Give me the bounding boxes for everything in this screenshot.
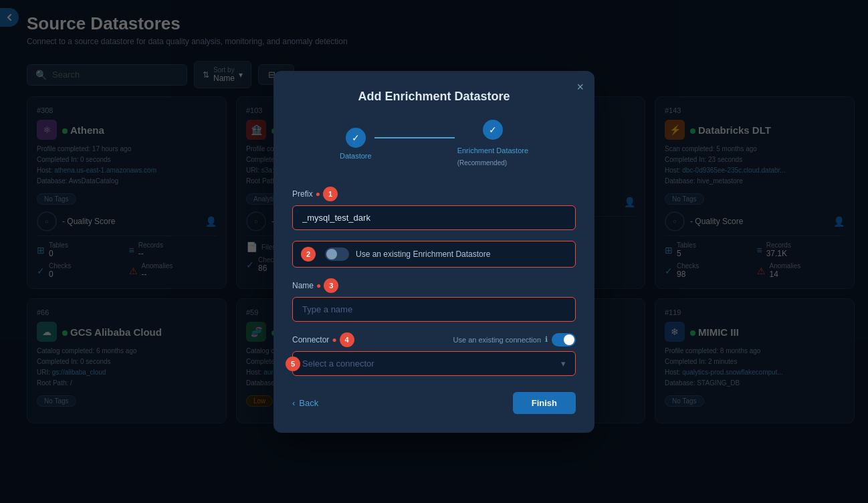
name-input[interactable] [292,297,576,322]
connector-select[interactable]: Select a connector ▾ [292,351,576,376]
modal-stepper: ✓ Datastore ✓ Enrichment Datastore (Reco… [292,120,576,168]
step-2-sublabel: (Recommended) [457,159,507,167]
select-placeholder: Select a connector [302,359,374,369]
connector-row: Connector ● 4 Use an existing connection… [292,332,576,347]
step-line [374,137,455,138]
required-indicator-name: ● [316,281,321,290]
step-1-circle: ✓ [346,128,366,148]
use-existing-toggle-label: Use an existing Enrichment Datastore [356,249,490,259]
required-indicator-prefix: ● [316,189,320,199]
add-enrichment-modal: × Add Enrichment Datastore ✓ Datastore ✓… [274,71,594,433]
prefix-label: Prefix ● 1 [292,187,576,201]
existing-conn-knob [564,334,574,345]
use-existing-toggle-switch[interactable] [325,247,349,261]
chevron-left-icon: ‹ [292,398,295,408]
finish-button[interactable]: Finish [513,392,576,414]
back-button-modal[interactable]: ‹ Back [292,398,318,408]
modal-title: Add Enrichment Datastore [292,90,576,104]
connector-select-wrapper: 5 Select a connector ▾ [292,351,576,376]
step-1-label: Datastore [340,152,372,160]
connector-label: Connector ● 4 [292,332,357,347]
existing-connection-toggle: Use an existing connection ℹ [453,333,576,346]
step-badge-5: 5 [286,357,300,371]
step-badge-1: 1 [323,187,338,201]
modal-footer: ‹ Back Finish [292,392,576,414]
toggle-knob [326,249,337,260]
existing-conn-label: Use an existing connection [453,336,541,344]
chevron-down-icon-select: ▾ [561,359,566,369]
required-indicator-connector: ● [332,335,336,344]
existing-conn-toggle-switch[interactable] [552,333,576,346]
step-2-circle: ✓ [483,120,503,140]
modal-overlay: × Add Enrichment Datastore ✓ Datastore ✓… [0,0,868,503]
step-2-label: Enrichment Datastore [457,146,528,155]
step-1-datastore: ✓ Datastore [340,128,372,160]
modal-close-button[interactable]: × [576,80,584,94]
prefix-input[interactable] [292,205,576,230]
step-badge-4: 4 [340,332,354,347]
step-badge-2: 2 [301,247,316,262]
name-label: Name ● 3 [292,278,576,293]
info-icon: ℹ [545,335,548,344]
step-2-enrichment: ✓ Enrichment Datastore (Recommended) [457,120,528,168]
use-existing-toggle-row: 2 Use an existing Enrichment Datastore [292,241,576,268]
step-badge-3: 3 [324,278,338,293]
